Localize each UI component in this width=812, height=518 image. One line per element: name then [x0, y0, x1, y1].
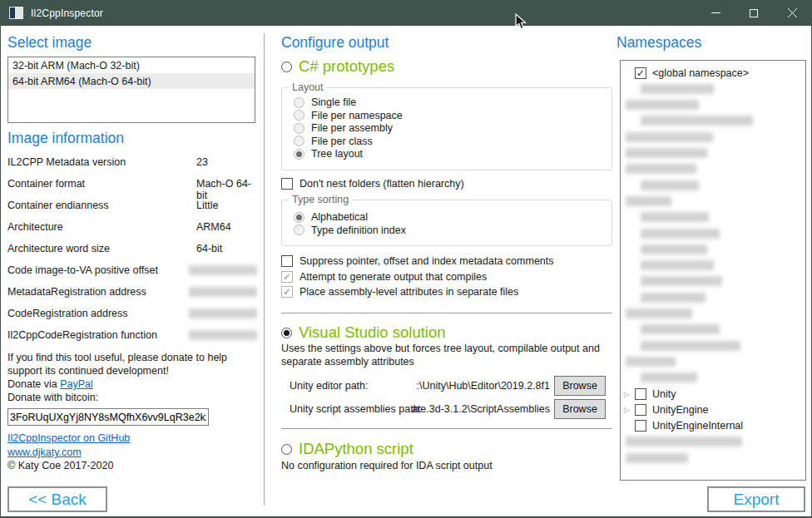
bitcoin-address-input[interactable]: [7, 408, 209, 426]
section-divider-1: [281, 313, 612, 313]
namespace-item-redacted: [621, 289, 805, 305]
namespace-checkbox[interactable]: [635, 388, 646, 400]
layout-label: File per class: [311, 136, 373, 147]
info-row-label: Container format: [7, 178, 196, 201]
csharp-prototypes-radio[interactable]: [281, 62, 292, 72]
website-link-row: www.djkaty.com: [7, 446, 82, 458]
image-listbox[interactable]: 32-bit ARM (Mach-O 32-bit)64-bit ARM64 (…: [7, 57, 255, 123]
info-row: Container formatMach-O 64-bit: [7, 178, 257, 201]
idapython-option[interactable]: IDAPython script: [281, 440, 413, 458]
layout-group-label: Layout: [289, 81, 327, 93]
namespaces-list[interactable]: ✓<global namespace>▷Unity▷UnityEngineUni…: [620, 60, 806, 481]
output-option-checkbox[interactable]: [281, 255, 293, 267]
layout-radio[interactable]: [294, 123, 304, 134]
maximize-button[interactable]: [735, 0, 773, 26]
layout-radio[interactable]: [294, 136, 304, 146]
flatten-hierarchy-checkbox[interactable]: [281, 178, 293, 190]
redacted-namespace: [641, 341, 740, 351]
info-row-label: MetadataRegistration address: [7, 286, 189, 298]
namespace-item-redacted: [621, 353, 805, 369]
namespace-item-redacted: [621, 434, 805, 450]
csharp-prototypes-option[interactable]: C# prototypes: [281, 57, 394, 76]
image-list-item[interactable]: 32-bit ARM (Mach-O 32-bit): [8, 57, 255, 73]
unity-script-path-label: Unity script assemblies path:: [290, 403, 422, 415]
namespace-item[interactable]: ▷Unity: [621, 386, 805, 402]
type-sorting-option[interactable]: Type definition index: [294, 224, 406, 236]
namespace-item[interactable]: UnityEngineInternal: [621, 418, 805, 434]
layout-option[interactable]: File per assembly: [294, 122, 393, 134]
app-window: Il2CppInspector Select image 32-bit ARM …: [0, 0, 812, 518]
output-option-label: Place assembly-level attributes in separ…: [300, 286, 518, 298]
visual-studio-option[interactable]: Visual Studio solution: [281, 323, 446, 342]
redacted-namespace: [641, 229, 720, 239]
namespace-item-redacted: [621, 129, 805, 145]
vs-description-line2: separate assembly attributes: [281, 356, 414, 368]
redacted-namespace: [626, 132, 713, 142]
info-row: Architecture word size64-bit: [7, 243, 257, 254]
output-option-label: Attempt to generate output that compiles: [300, 271, 487, 283]
donate-via-text: Donate via: [7, 378, 60, 390]
namespace-item-redacted: [621, 241, 805, 257]
namespace-checkbox[interactable]: [635, 420, 646, 432]
app-icon: [9, 7, 23, 19]
info-row-label: Architecture: [7, 221, 196, 233]
namespace-checkbox[interactable]: ✓: [635, 67, 646, 79]
info-row-label: IL2CPP Metadata version: [7, 156, 196, 168]
minimize-button[interactable]: [696, 0, 735, 26]
export-button[interactable]: Export: [707, 486, 805, 512]
output-option[interactable]: ✓Place assembly-level attributes in sepa…: [281, 286, 518, 298]
github-link[interactable]: Il2CppInspector on GitHub: [7, 432, 130, 444]
type-sorting-radio[interactable]: [294, 212, 304, 223]
browse-editor-path-button[interactable]: Browse: [554, 376, 606, 396]
info-row-value: 23: [196, 156, 257, 168]
layout-radio[interactable]: [294, 149, 304, 160]
namespace-item-redacted: [621, 161, 805, 177]
output-option[interactable]: Suppress pointer, offset and index metad…: [281, 255, 554, 267]
idapython-description: No configuration required for IDA script…: [281, 460, 493, 471]
layout-radio[interactable]: [294, 110, 304, 121]
info-row-value: 64-bit: [196, 243, 257, 254]
namespace-item[interactable]: ✓<global namespace>: [621, 65, 805, 81]
namespace-label: UnityEngineInternal: [652, 420, 743, 432]
close-button[interactable]: [773, 0, 811, 26]
namespace-item-redacted: [621, 146, 805, 161]
browse-script-path-button[interactable]: Browse: [554, 399, 606, 419]
expander-icon[interactable]: ▷: [624, 390, 634, 398]
type-sorting-radio[interactable]: [294, 224, 304, 235]
mouse-cursor: [515, 13, 527, 31]
csharp-prototypes-label: C# prototypes: [299, 57, 394, 76]
flatten-hierarchy-option[interactable]: Don't nest folders (flatten hierarchy): [281, 178, 464, 190]
visual-studio-radio[interactable]: [281, 328, 292, 338]
left-panel: Select image 32-bit ARM (Mach-O 32-bit)6…: [7, 26, 257, 518]
layout-option[interactable]: File per class: [294, 136, 373, 147]
output-option[interactable]: ✓Attempt to generate output that compile…: [281, 271, 487, 283]
namespace-item-redacted: [621, 225, 805, 241]
type-sorting-label: Type definition index: [311, 224, 406, 236]
layout-option[interactable]: File per namespace: [294, 110, 403, 121]
type-sorting-option[interactable]: Alphabetical: [294, 211, 368, 223]
layout-groupbox: Layout Single fileFile per namespaceFile…: [281, 87, 612, 170]
back-button[interactable]: << Back: [7, 486, 107, 512]
website-link[interactable]: www.djkaty.com: [7, 446, 82, 458]
namespace-checkbox[interactable]: [635, 404, 646, 416]
namespace-item[interactable]: ▷UnityEngine: [621, 402, 805, 417]
expander-icon[interactable]: ▷: [624, 406, 634, 414]
select-image-heading: Select image: [7, 34, 92, 52]
namespace-item-redacted: [621, 450, 805, 466]
output-option-checkbox[interactable]: ✓: [281, 286, 293, 298]
output-option-checkbox[interactable]: ✓: [281, 271, 293, 283]
info-row-label: Il2CppCodeRegistration function: [7, 329, 189, 341]
image-list-item[interactable]: 64-bit ARM64 (Mach-O 64-bit): [8, 73, 255, 89]
redacted-namespace: [626, 148, 707, 158]
idapython-radio[interactable]: [281, 444, 292, 455]
paypal-link[interactable]: PayPal: [60, 378, 93, 390]
info-row-value: Little: [196, 200, 257, 211]
namespace-label: <global namespace>: [652, 67, 749, 79]
redacted-namespace: [641, 212, 709, 222]
layout-option[interactable]: Single file: [294, 96, 356, 108]
namespaces-panel: Namespaces ✓<global namespace>▷Unity▷Uni…: [616, 26, 810, 518]
info-row: Code image-to-VA positive offset: [7, 264, 257, 276]
namespace-item-redacted: [621, 322, 805, 338]
layout-option[interactable]: Tree layout: [294, 148, 363, 160]
layout-radio[interactable]: [294, 97, 304, 108]
